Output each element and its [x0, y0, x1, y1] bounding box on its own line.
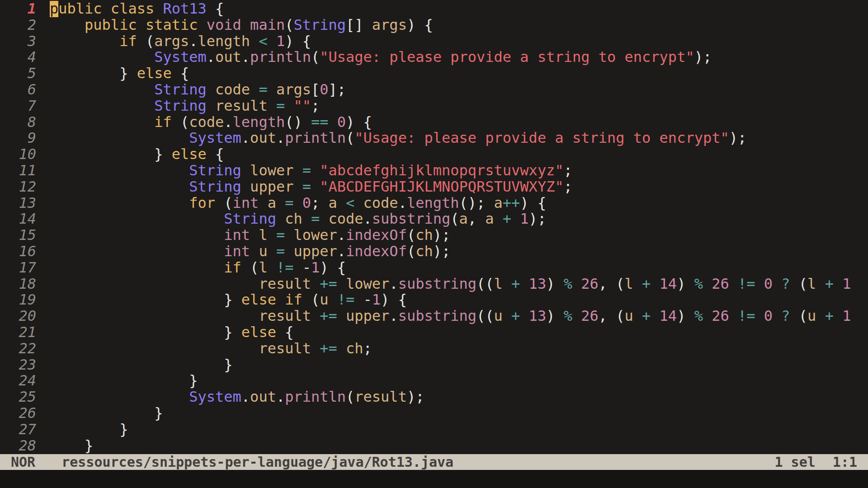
code-line[interactable]: 6 String code = args[0];	[0, 82, 868, 98]
code-line[interactable]: 19 } else if (u != -1) {	[0, 292, 868, 308]
token-pu: {	[215, 146, 224, 163]
code-line[interactable]: 5 } else {	[0, 66, 868, 82]
token-nu: 0	[764, 276, 782, 292]
token-kw: else if	[241, 292, 311, 308]
code-line[interactable]: 24 }	[0, 373, 868, 389]
code-line[interactable]: 25 System.out.println(result);	[0, 389, 868, 405]
code-line[interactable]: 18 result += lower.substring((l + 13) % …	[0, 276, 868, 292]
token-pu: (	[407, 244, 415, 260]
command-line[interactable]	[0, 470, 868, 488]
code-text: String code = args[0];	[50, 82, 346, 98]
code-line[interactable]: 14 String ch = code.substring(a, a + 1);	[0, 211, 868, 227]
token-pu	[50, 114, 154, 131]
token-fn: substring	[398, 276, 476, 292]
token-pu: .	[189, 33, 198, 50]
code-text: result += ch;	[50, 341, 372, 357]
token-pu: (	[407, 227, 415, 244]
token-ty: System	[189, 389, 241, 405]
token-va: u	[259, 244, 276, 260]
token-pu: (	[799, 308, 807, 324]
token-pu: );	[433, 227, 451, 244]
token-pu: ;	[311, 195, 329, 211]
token-op: %	[694, 308, 712, 324]
token-op: =	[311, 211, 329, 227]
token-pu	[50, 195, 189, 211]
token-pu: ;	[363, 341, 372, 357]
line-number: 10	[0, 146, 36, 163]
token-pu: ];	[329, 82, 346, 98]
token-va: u	[494, 308, 512, 324]
token-ty: String	[189, 163, 250, 179]
token-va: result	[215, 98, 276, 114]
code-line[interactable]: 22 result += ch;	[0, 341, 868, 357]
code-line[interactable]: 9 System.out.println("Usage: please prov…	[0, 130, 868, 146]
token-pu: .	[224, 114, 232, 131]
file-path: ressources/snippets-per-language/java/Ro…	[61, 454, 453, 470]
line-number: 12	[0, 179, 36, 195]
code-text: } else {	[50, 66, 189, 82]
token-pu: .	[337, 227, 346, 244]
line-number: 3	[0, 33, 36, 50]
code-text: int u = upper.indexOf(ch);	[50, 244, 450, 260]
token-fn: length	[407, 195, 459, 211]
token-kw: else	[241, 324, 285, 341]
code-area[interactable]: 1public class Rot13 {2 public static voi…	[0, 0, 868, 454]
token-op: <	[259, 33, 276, 50]
code-line[interactable]: 15 int l = lower.indexOf(ch);	[0, 227, 868, 244]
token-op: %	[564, 276, 581, 292]
code-line[interactable]: 27 }	[0, 422, 868, 438]
code-text: if (l != -1) {	[50, 260, 346, 276]
token-pu: [	[311, 82, 320, 98]
token-kw: if	[224, 260, 250, 276]
token-pu: -	[302, 260, 311, 276]
text-cursor[interactable]: p	[50, 1, 58, 17]
code-line[interactable]: 1public class Rot13 {	[0, 1, 868, 17]
token-pu: (	[224, 195, 232, 211]
token-op: +=	[320, 308, 346, 324]
selection-count: 1 sel	[775, 454, 816, 470]
code-line[interactable]: 11 String lower = "abcdefghijklmnopqrstu…	[0, 163, 868, 179]
code-line[interactable]: 17 if (l != -1) {	[0, 260, 868, 276]
line-number: 27	[0, 422, 36, 438]
token-kw: if	[154, 114, 180, 131]
code-text: System.out.println("Usage: please provid…	[50, 130, 746, 146]
code-line[interactable]: 13 for (int a = 0; a < code.length(); a+…	[0, 195, 868, 211]
code-line[interactable]: 10 } else {	[0, 146, 868, 163]
code-line[interactable]: 3 if (args.length < 1) {	[0, 33, 868, 50]
code-text: }	[50, 422, 128, 438]
token-st: "Usage: please provide a string to encry…	[320, 49, 694, 66]
token-kw: ublic	[58, 1, 111, 17]
token-pu	[50, 130, 189, 146]
token-fn: int	[224, 244, 259, 260]
token-va: result	[259, 341, 320, 357]
code-line[interactable]: 12 String upper = "ABCDEFGHIJKLMNOPQRSTU…	[0, 179, 868, 195]
code-line[interactable]: 23 }	[0, 357, 868, 373]
token-pu	[50, 244, 224, 260]
code-text: result += lower.substring((l + 13) % 26,…	[50, 276, 851, 292]
code-line[interactable]: 28 }	[0, 438, 868, 454]
code-line[interactable]: 7 String result = "";	[0, 98, 868, 114]
token-op: +	[642, 276, 660, 292]
token-pu: )	[677, 276, 694, 292]
line-number: 2	[0, 17, 36, 33]
token-op: !=	[738, 308, 764, 324]
code-line[interactable]: 4 System.out.println("Usage: please prov…	[0, 49, 868, 66]
token-fn: println	[285, 130, 346, 146]
token-pu: (	[180, 114, 189, 131]
code-line[interactable]: 20 result += upper.substring((u + 13) % …	[0, 308, 868, 324]
token-pu	[50, 33, 119, 50]
token-va: upper	[250, 179, 302, 195]
line-number: 20	[0, 308, 36, 324]
code-text: System.out.println(result);	[50, 389, 424, 405]
code-line[interactable]: 16 int u = upper.indexOf(ch);	[0, 244, 868, 260]
token-va: a	[268, 195, 285, 211]
token-ty: System	[154, 49, 207, 66]
token-op: !=	[738, 276, 764, 292]
code-line[interactable]: 8 if (code.length() == 0) {	[0, 114, 868, 131]
token-pu: }	[50, 324, 241, 341]
token-op: +	[511, 276, 529, 292]
code-line[interactable]: 2 public static void main(String[] args)…	[0, 17, 868, 33]
code-line[interactable]: 21 } else {	[0, 324, 868, 341]
code-text: String ch = code.substring(a, a + 1);	[50, 211, 546, 227]
code-line[interactable]: 26 }	[0, 405, 868, 422]
